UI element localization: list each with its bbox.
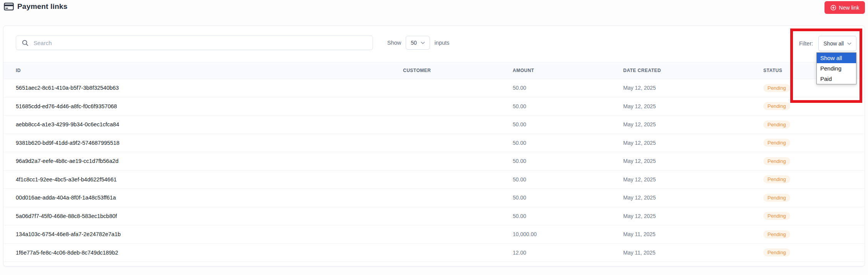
plus-circle-icon [830,5,836,11]
cell-date-created: May 12, 2025 [623,176,763,183]
column-header-customer: CUSTOMER [403,68,513,73]
search-icon [16,40,28,46]
search-input[interactable] [33,40,373,46]
page-size-group: Show 50 inputs [387,36,450,50]
cell-amount: 50.00 [513,140,623,146]
cell-amount: 50.00 [513,195,623,201]
cell-id: 4f1c8cc1-92ee-4bc5-a3ef-b4d622f54661 [16,176,403,183]
chevron-down-icon [421,42,425,44]
filter-dropdown-option[interactable]: Show all [817,53,856,63]
filter-label: Filter: [799,40,813,47]
cell-id: aebb8cc4-a1e3-4299-9b34-0c6ec1cfca84 [16,121,403,127]
status-badge: Pending [763,157,790,165]
status-badge: Pending [763,230,790,238]
filter-selected-value: Show all [823,40,844,47]
status-badge: Pending [763,121,790,129]
status-badge: Pending [763,102,790,110]
cell-amount: 10,000.00 [513,231,623,237]
cell-date-created: May 12, 2025 [623,195,763,201]
cell-id: 96a9d2a7-eefe-4b8c-ae19-cc1d7fb56a2d [16,158,403,164]
table-row[interactable]: 4f1c8cc1-92ee-4bc5-a3ef-b4d622f54661 50.… [3,171,865,189]
table-row[interactable]: 00d016ae-adda-404a-8f0f-1a48c53ff61a 50.… [3,189,865,207]
filter-select[interactable]: Show all [818,36,856,51]
cell-amount: 12.00 [513,250,623,256]
cell-id: 134a103c-6754-46e8-afa7-2e24782e7a1b [16,231,403,237]
table-row[interactable]: 5651aec2-8c61-410a-b5f7-3b8f32540b63 50.… [3,79,865,97]
cell-id: 5a06d7f7-45f0-468e-88c8-583ec1bcb80f [16,213,403,219]
table-body: 5651aec2-8c61-410a-b5f7-3b8f32540b63 50.… [3,79,865,262]
page-title: Payment links [17,2,67,11]
status-badge: Pending [763,194,790,202]
filter-dropdown-option[interactable]: Pending [817,63,856,74]
table-row[interactable]: 5a06d7f7-45f0-468e-88c8-583ec1bcb80f 50.… [3,207,865,226]
filter-dropdown-option[interactable]: Paid [817,74,856,84]
table-row[interactable]: aebb8cc4-a1e3-4299-9b34-0c6ec1cfca84 50.… [3,116,865,134]
cell-date-created: May 12, 2025 [623,121,763,127]
cell-amount: 50.00 [513,213,623,219]
show-label: Show [387,40,401,46]
cell-id: 5651aec2-8c61-410a-b5f7-3b8f32540b63 [16,85,403,91]
cell-date-created: May 12, 2025 [623,158,763,164]
column-header-id: ID [16,68,403,73]
cell-date-created: May 12, 2025 [623,213,763,219]
payment-links-card: Show 50 inputs Filter: Show all [3,25,865,267]
status-badge: Pending [763,212,790,220]
cell-date-created: May 12, 2025 [623,103,763,109]
inputs-label: inputs [435,40,450,46]
search-box[interactable] [16,35,373,50]
cell-date-created: May 12, 2025 [623,140,763,146]
cell-id: 1f6e77a5-fe8c-4c06-8deb-8c749dc189b2 [16,250,403,256]
table-header: ID CUSTOMER AMOUNT DATE CREATED STATUS [3,62,865,79]
credit-card-icon [4,2,14,11]
cell-date-created: May 11, 2025 [623,250,763,256]
payment-links-page: Payment links New link [0,0,868,275]
title-group: Payment links [4,2,67,11]
cell-id: 51685cdd-ed76-4d46-a8fc-f0c6f9357068 [16,103,403,109]
cell-date-created: May 12, 2025 [623,85,763,91]
table-row[interactable]: 134a103c-6754-46e8-afa7-2e24782e7a1b 10,… [3,225,865,244]
new-link-button-label: New link [839,5,860,11]
cell-id: 9381b620-bd9f-41dd-a9f2-574687995518 [16,140,403,146]
table-row[interactable]: 51685cdd-ed76-4d46-a8fc-f0c6f9357068 50.… [3,97,865,116]
status-badge: Pending [763,84,790,92]
cell-amount: 50.00 [513,176,623,183]
cell-amount: 50.00 [513,103,623,109]
chevron-down-icon [847,42,851,45]
table-row[interactable]: 1f6e77a5-fe8c-4c06-8deb-8c749dc189b2 12.… [3,244,865,262]
page-size-select[interactable]: 50 [406,36,430,50]
page-header: Payment links New link [0,0,868,18]
status-badge: Pending [763,139,790,147]
cell-amount: 50.00 [513,158,623,164]
status-badge: Pending [763,175,790,183]
cell-amount: 50.00 [513,85,623,91]
page-size-value: 50 [411,40,417,46]
filter-group: Filter: Show all [799,36,856,51]
cell-id: 00d016ae-adda-404a-8f0f-1a48c53ff61a [16,195,403,201]
table-row[interactable]: 9381b620-bd9f-41dd-a9f2-574687995518 50.… [3,134,865,153]
filter-dropdown-menu: Show all Pending Paid [816,52,856,84]
cell-amount: 50.00 [513,121,623,127]
column-header-date-created: DATE CREATED [623,68,763,73]
new-link-button[interactable]: New link [825,1,865,14]
cell-date-created: May 11, 2025 [623,231,763,237]
column-header-amount: AMOUNT [513,68,623,73]
table-row[interactable]: 96a9d2a7-eefe-4b8c-ae19-cc1d7fb56a2d 50.… [3,152,865,171]
status-badge: Pending [763,248,790,257]
